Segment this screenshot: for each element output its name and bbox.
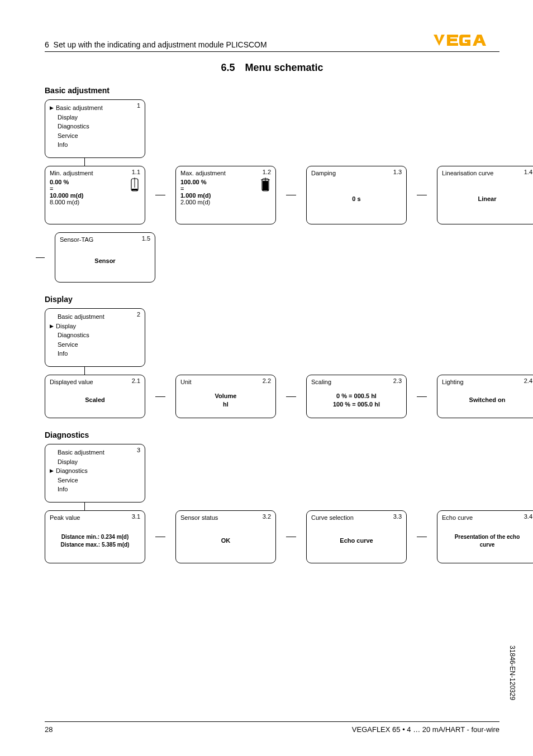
menu-item: Diagnostics	[50, 466, 140, 476]
box-title: Min. adjustment	[50, 170, 140, 176]
box-scaling: 2.3 Scaling 0 % = 000.5 hl 100 % = 005.0…	[306, 375, 407, 418]
product-name: VEGAFLEX 65 • 4 … 20 mA/HART - four-wire	[352, 725, 499, 734]
value-line: =	[50, 185, 140, 192]
connector-line	[286, 375, 296, 418]
box-echo-curve: 3.4 Echo curve Presentation of the echo …	[437, 510, 533, 563]
box-title: Linearisation curve	[442, 170, 532, 176]
box-number: 3.4	[524, 513, 532, 520]
box-value-line: 100 % = 005.0 hl	[311, 400, 402, 409]
value-line: 10.000 m(d)	[50, 192, 140, 199]
connector-line	[155, 166, 165, 224]
page-number: 28	[45, 725, 53, 734]
chapter-text: Set up with the indicating and adjustmen…	[54, 40, 267, 49]
box-title: Unit	[180, 379, 271, 385]
value-line: 1.000 m(d)	[180, 192, 271, 199]
box-value-line: 0 % = 000.5 hl	[311, 392, 402, 400]
menu-root-display: 2 Basic adjustment Display Diagnostics S…	[45, 308, 145, 367]
page-header: 6 Set up with the indicating and adjustm…	[45, 34, 499, 52]
box-peak-value: 3.1 Peak value Distance min.: 0.234 m(d)…	[45, 510, 145, 563]
box-title: Echo curve	[442, 514, 532, 521]
chapter-number: 6	[45, 40, 49, 49]
box-number: 2.4	[524, 377, 532, 384]
svg-rect-4	[263, 181, 268, 190]
menu-item: Basic adjustment	[50, 103, 140, 113]
connector-line	[155, 375, 165, 418]
box-linearisation: 1.4 Linearisation curve Linear	[437, 166, 533, 224]
box-value: Switched on	[442, 396, 532, 404]
menu-item: Diagnostics	[50, 122, 140, 131]
box-title: Sensor status	[180, 514, 271, 521]
menu-root-diagnostics: 3 Basic adjustment Display Diagnostics S…	[45, 444, 145, 503]
menu-item: Info	[50, 485, 140, 494]
connector-line	[84, 503, 85, 511]
box-title: Sensor-TAG	[60, 236, 150, 243]
menu-item: Info	[50, 349, 140, 358]
box-lighting: 2.4 Lighting Switched on	[437, 375, 533, 418]
value-line: 2.000 m(d)	[180, 199, 271, 205]
box-number: 3.1	[132, 513, 140, 520]
menu-item: Diagnostics	[50, 331, 140, 340]
box-title: Max. adjustment	[180, 170, 271, 176]
tank-full-icon	[260, 178, 271, 194]
menu-item: Info	[50, 140, 140, 150]
box-title: Curve selection	[311, 514, 402, 521]
vega-logo	[432, 34, 499, 49]
menu-item: Basic adjustment	[50, 448, 140, 457]
chapter-title: 6 Set up with the indicating and adjustm…	[45, 40, 267, 49]
box-value: Sensor	[60, 257, 150, 265]
value-line: 8.000 m(d)	[50, 199, 140, 205]
box-sensor-status: 3.2 Sensor status OK	[175, 510, 276, 563]
box-value: Echo curve	[311, 537, 402, 545]
box-value: OK	[180, 537, 271, 545]
box-number: 3.2	[263, 513, 271, 520]
box-displayed-value: 2.1 Displayed value Scaled	[45, 375, 145, 418]
menu-item: Service	[50, 476, 140, 485]
box-value: Linear	[442, 195, 532, 203]
box-min-adjustment: 1.1 Min. adjustment 0.00 % = 10.000 m(d)…	[45, 166, 145, 224]
box-number: 1	[137, 102, 140, 109]
menu-item: Service	[50, 340, 140, 350]
value-line: =	[180, 185, 271, 192]
box-value-line: Volume	[180, 392, 271, 400]
box-title: Displayed value	[50, 379, 140, 385]
menu-item: Service	[50, 131, 140, 141]
connector-line	[417, 375, 427, 418]
subheading-display: Display	[45, 295, 499, 304]
connector-line	[84, 367, 85, 375]
box-curve-selection: 3.3 Curve selection Echo curve	[306, 510, 407, 563]
box-damping: 1.3 Damping 0 s	[306, 166, 407, 224]
connector-line	[286, 166, 296, 224]
box-unit: 2.2 Unit Volume hl	[175, 375, 276, 418]
box-sensor-tag: 1.5 Sensor-TAG Sensor	[55, 232, 155, 283]
box-number: 2.3	[393, 377, 402, 384]
box-number: 1.2	[263, 169, 271, 175]
box-value-line: Presentation of the echo	[442, 533, 532, 541]
connector-line	[84, 159, 85, 166]
connector-line	[286, 510, 296, 563]
menu-item: Display	[50, 457, 140, 467]
page-footer: 28 VEGAFLEX 65 • 4 … 20 mA/HART - four-w…	[45, 721, 499, 734]
value-line: 100.00 %	[180, 179, 271, 185]
document-code: 31846-EN-120329	[508, 645, 516, 700]
box-number: 3.3	[393, 513, 402, 520]
menu-item: Display	[50, 113, 140, 122]
box-value: Scaled	[50, 396, 140, 404]
box-value-line: hl	[180, 400, 271, 409]
box-title: Damping	[311, 170, 402, 176]
box-max-adjustment: 1.2 Max. adjustment 100.00 % = 1.000 m(d…	[175, 166, 276, 224]
menu-root-basic: 1 Basic adjustment Display Diagnostics S…	[45, 99, 145, 158]
box-title: Lighting	[442, 379, 532, 385]
box-number: 1.3	[393, 169, 402, 175]
menu-item: Basic adjustment	[50, 312, 140, 322]
box-number: 1.5	[142, 235, 150, 242]
box-number: 2.1	[132, 377, 140, 384]
connector-line	[36, 257, 45, 258]
box-number: 2.2	[263, 377, 271, 384]
box-value-line: curve	[442, 541, 532, 549]
box-title: Peak value	[50, 514, 140, 521]
section-title: 6.5 Menu schematic	[45, 62, 499, 74]
menu-item: Display	[50, 322, 140, 331]
value-line: 0.00 %	[50, 179, 140, 185]
box-value-line: Distance min.: 0.234 m(d)	[50, 533, 140, 541]
box-number: 1.1	[132, 169, 140, 175]
